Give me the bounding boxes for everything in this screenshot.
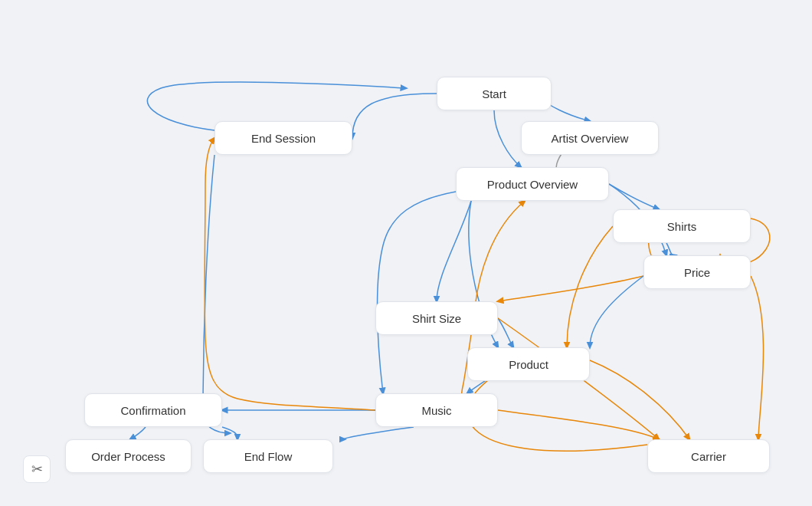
node-end-session[interactable]: End Session	[214, 121, 352, 155]
node-product-overview[interactable]: Product Overview	[456, 167, 609, 201]
edges-layer	[0, 0, 812, 506]
node-carrier[interactable]: Carrier	[647, 439, 770, 473]
node-start[interactable]: Start	[437, 77, 552, 110]
flow-canvas: Start End Session Artist Overview Produc…	[0, 0, 812, 506]
scissors-icon: ✂	[31, 461, 43, 478]
node-end-flow[interactable]: End Flow	[203, 439, 333, 473]
node-shirt-size[interactable]: Shirt Size	[375, 301, 498, 335]
node-product[interactable]: Product	[467, 347, 590, 381]
node-confirmation[interactable]: Confirmation	[84, 393, 222, 427]
tool-icon[interactable]: ✂	[23, 455, 51, 483]
node-shirts[interactable]: Shirts	[613, 209, 751, 243]
node-order-process[interactable]: Order Process	[65, 439, 192, 473]
node-price[interactable]: Price	[643, 255, 751, 289]
node-artist-overview[interactable]: Artist Overview	[521, 121, 659, 155]
node-music[interactable]: Music	[375, 393, 498, 427]
